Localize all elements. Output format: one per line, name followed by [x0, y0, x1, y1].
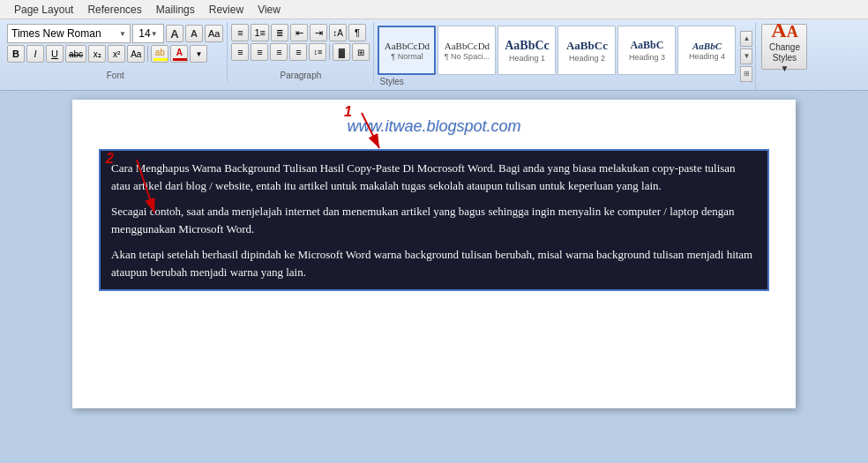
style-no-spacing[interactable]: AaBbCcDd ¶ No Spaci...: [438, 26, 496, 75]
font-color-button[interactable]: A: [170, 45, 188, 63]
style-no-spacing-preview: AaBbCcDd: [445, 41, 490, 51]
divider: [147, 46, 148, 62]
style-gallery: AaBbCcDd ¶ Normal AaBbCcDd ¶ No Spaci...…: [376, 24, 739, 77]
font-name-arrow: ▼: [119, 30, 126, 38]
font-name-dropdown[interactable]: Times New Roman ▼: [7, 24, 131, 43]
change-styles-area: AA ChangeStyles ▼: [756, 22, 812, 71]
menu-references[interactable]: References: [80, 2, 148, 18]
svg-line-1: [362, 113, 379, 148]
format-buttons-row: B I U abc x₂ x² Aa ab A: [7, 45, 223, 63]
style-heading3[interactable]: AaBbC Heading 3: [617, 26, 676, 75]
show-hide-button[interactable]: ¶: [348, 24, 366, 41]
italic-button[interactable]: I: [26, 45, 44, 63]
style-normal[interactable]: AaBbCcDd ¶ Normal: [378, 26, 436, 75]
styles-scroll-up[interactable]: ▲: [740, 31, 752, 47]
arrow-2-svg: [119, 155, 172, 226]
superscript-button[interactable]: x²: [108, 45, 125, 63]
paragraph-group: ≡ 1≡ ≣ ⇤ ⇥ ↕A ¶ ≡ ≡ ≡ ≡ ↕≡ ▓ ⊞: [228, 22, 374, 82]
ribbon: Times New Roman ▼ 14 ▼ A A Aa B I U: [0, 19, 868, 91]
change-case-button[interactable]: Aa: [127, 45, 145, 63]
change-styles-icon: AA: [771, 19, 797, 41]
font-color-dropdown[interactable]: ▼: [190, 45, 207, 63]
style-normal-preview: AaBbCcDd: [385, 41, 430, 51]
style-normal-label: ¶ Normal: [391, 52, 423, 61]
style-h3-label: Heading 3: [629, 53, 665, 62]
justify-button[interactable]: ≡: [289, 43, 307, 61]
paragraph-1: Cara Menghapus Warna Background Tulisan …: [111, 160, 757, 194]
styles-group-label: Styles: [376, 77, 739, 88]
numbering-button[interactable]: 1≡: [251, 24, 269, 41]
annotation-2: 2: [106, 151, 114, 167]
watermark: www.itwae.blogspot.com: [99, 117, 769, 136]
menu-mailings[interactable]: Mailings: [149, 2, 202, 18]
style-heading1[interactable]: AaBbCc Heading 1: [498, 26, 556, 75]
style-heading2[interactable]: AaBbCc Heading 2: [557, 26, 616, 75]
font-size-arrow: ▼: [151, 30, 158, 38]
align-left-button[interactable]: ≡: [231, 43, 249, 61]
font-group-label: Font: [7, 71, 223, 82]
style-h2-label: Heading 2: [569, 54, 605, 63]
borders-button[interactable]: ⊞: [352, 43, 370, 61]
styles-scroll-down[interactable]: ▼: [740, 49, 752, 64]
increase-indent-button[interactable]: ⇥: [310, 24, 327, 41]
align-center-button[interactable]: ≡: [251, 43, 268, 61]
paragraph-group-label: Paragraph: [231, 71, 370, 82]
font-color-indicator: [173, 58, 187, 61]
arrow-1-svg: [335, 108, 406, 161]
paragraph-2: Secagai contoh, saat anda menjelajah int…: [111, 203, 757, 237]
style-h1-label: Heading 1: [509, 54, 545, 63]
shading-button[interactable]: ▓: [333, 43, 350, 61]
styles-navigation: ▲ ▼ ⊞: [739, 29, 753, 84]
styles-group: AaBbCcDd ¶ Normal AaBbCcDd ¶ No Spaci...…: [374, 22, 756, 90]
style-no-spacing-label: ¶ No Spaci...: [445, 52, 490, 61]
document-area: 1 2 www.itwae.blogspot.com Cara Menghapu…: [0, 91, 868, 435]
paragraph-3: Akan tetapi setelah berhasil dipindah ke…: [111, 246, 757, 280]
sort-button[interactable]: ↕A: [329, 24, 347, 41]
multilevel-list-button[interactable]: ≣: [271, 24, 288, 41]
style-h3-preview: AaBbC: [630, 39, 663, 52]
selected-text-area[interactable]: Cara Menghapus Warna Background Tulisan …: [99, 149, 769, 291]
change-styles-button[interactable]: AA ChangeStyles ▼: [761, 24, 807, 70]
underline-button[interactable]: U: [46, 45, 64, 63]
bold-button[interactable]: B: [7, 45, 25, 63]
document-page: www.itwae.blogspot.com Cara Menghapus Wa…: [72, 100, 796, 408]
align-right-button[interactable]: ≡: [270, 43, 288, 61]
menu-review[interactable]: Review: [202, 2, 251, 18]
font-selector-row: Times New Roman ▼ 14 ▼ A A Aa: [7, 24, 223, 43]
menu-view[interactable]: View: [251, 2, 288, 18]
menu-page-layout[interactable]: Page Layout: [7, 2, 80, 18]
divider2: [329, 44, 330, 60]
font-grow-button[interactable]: A: [166, 25, 183, 42]
annotation-1: 1: [344, 104, 352, 120]
font-group: Times New Roman ▼ 14 ▼ A A Aa B I U: [4, 22, 228, 82]
menu-bar: Page Layout References Mailings Review V…: [0, 0, 868, 19]
style-h4-preview: AaBbC: [692, 41, 722, 51]
style-h4-label: Heading 4: [689, 52, 725, 61]
highlight-button[interactable]: ab: [151, 45, 168, 63]
highlight-indicator: [153, 58, 168, 61]
bullets-button[interactable]: ≡: [231, 24, 249, 41]
style-heading4[interactable]: AaBbC Heading 4: [677, 26, 736, 75]
svg-line-3: [137, 160, 154, 213]
style-h1-preview: AaBbCc: [505, 39, 550, 53]
font-shrink-button[interactable]: A: [185, 25, 203, 42]
styles-expand[interactable]: ⊞: [740, 66, 752, 82]
decrease-indent-button[interactable]: ⇤: [290, 24, 308, 41]
subscript-button[interactable]: x₂: [88, 45, 106, 63]
font-size-dropdown[interactable]: 14 ▼: [132, 24, 164, 43]
line-spacing-button[interactable]: ↕≡: [309, 43, 326, 61]
change-styles-label: ChangeStyles ▼: [769, 42, 800, 74]
clear-format-button[interactable]: Aa: [205, 25, 223, 42]
strikethrough-button[interactable]: abc: [65, 45, 86, 63]
style-h2-preview: AaBbCc: [566, 39, 608, 53]
